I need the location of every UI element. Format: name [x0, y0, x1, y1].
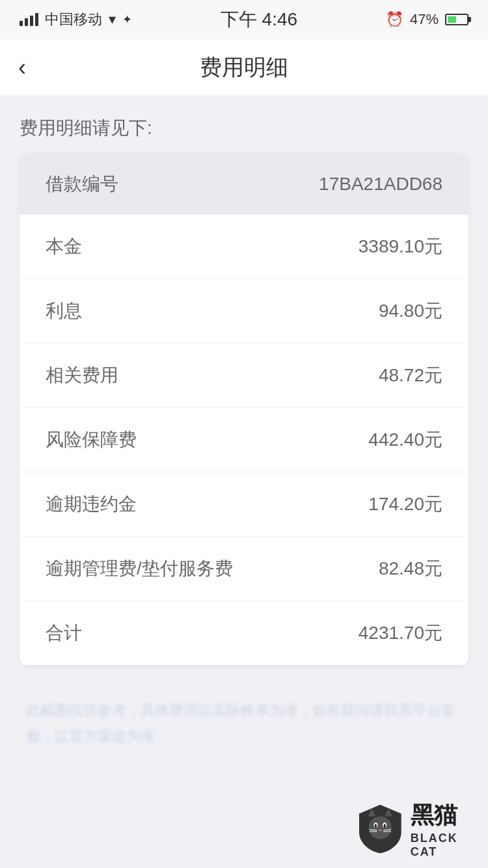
table-row: 逾期违约金174.20元	[20, 472, 468, 537]
row-value: 94.80元	[379, 299, 442, 323]
row-value: 4231.70元	[359, 621, 442, 645]
table-rows-container: 本金3389.10元利息94.80元相关费用48.72元风险保障费442.40元…	[20, 215, 468, 665]
page-title: 费用明细	[200, 53, 288, 83]
status-left: 中国移动 ▾ ✦	[20, 10, 132, 29]
carrier-label: 中国移动	[45, 10, 102, 29]
table-row: 相关费用48.72元	[20, 344, 468, 408]
chinese-logo-text: 黑猫	[411, 800, 488, 832]
row-label: 利息	[46, 299, 82, 323]
row-value: 442.40元	[368, 427, 442, 452]
cat-shield-icon	[358, 803, 403, 855]
row-value: 3389.10元	[359, 234, 442, 259]
wifi-icon: ▾	[109, 11, 116, 28]
logo-row: 黑猫 BLACK CAT	[358, 800, 488, 859]
content-area: 费用明细请见下: 借款编号 17BA21ADD68 本金3389.10元利息94…	[0, 96, 488, 781]
status-right: ⏰ 47%	[386, 11, 468, 28]
english-logo-text: BLACK CAT	[411, 832, 488, 859]
row-label: 相关费用	[46, 363, 118, 388]
row-value: 82.48元	[379, 556, 442, 581]
svg-point-6	[384, 824, 386, 828]
row-value: 174.20元	[368, 492, 442, 517]
status-bar: 中国移动 ▾ ✦ 下午 4:46 ⏰ 47%	[0, 0, 488, 39]
svg-point-2	[369, 816, 392, 839]
watermark-area: 此截图仅供参考，具体费用以实际账单为准，如有疑问请联系平台客服，以官方渠道为准	[20, 685, 468, 762]
activity-icon: ✦	[122, 12, 132, 27]
table-row: 合计4231.70元	[20, 601, 468, 665]
table-row: 利息94.80元	[20, 279, 468, 344]
row-label: 逾期违约金	[46, 492, 137, 517]
nav-bar: ‹ 费用明细	[0, 39, 488, 96]
row-label: 逾期管理费/垫付服务费	[46, 556, 233, 581]
status-time: 下午 4:46	[221, 7, 297, 32]
watermark-text: 此截图仅供参考，具体费用以实际账单为准，如有疑问请联系平台客服，以官方渠道为准	[26, 698, 462, 749]
alarm-icon: ⏰	[386, 11, 403, 28]
row-label: 合计	[46, 621, 82, 645]
row-value: 48.72元	[379, 363, 442, 388]
loan-number-label: 借款编号	[46, 172, 118, 197]
back-button[interactable]: ‹	[18, 56, 26, 79]
signal-icon	[20, 13, 38, 26]
section-label: 费用明细请见下:	[20, 116, 468, 141]
table-row: 风险保障费442.40元	[20, 408, 468, 472]
row-label: 本金	[46, 234, 82, 259]
row-label: 风险保障费	[46, 427, 137, 452]
loan-number-value: 17BA21ADD68	[319, 174, 442, 195]
table-row: 本金3389.10元	[20, 215, 468, 279]
black-cat-logo: 黑猫 BLACK CAT	[358, 790, 488, 868]
logo-text-container: 黑猫 BLACK CAT	[411, 800, 488, 859]
battery-icon	[445, 14, 468, 25]
fee-table: 借款编号 17BA21ADD68 本金3389.10元利息94.80元相关费用4…	[20, 154, 468, 665]
svg-point-5	[375, 824, 377, 828]
battery-label: 47%	[410, 11, 439, 28]
table-header-row: 借款编号 17BA21ADD68	[20, 154, 468, 215]
table-row: 逾期管理费/垫付服务费82.48元	[20, 537, 468, 601]
